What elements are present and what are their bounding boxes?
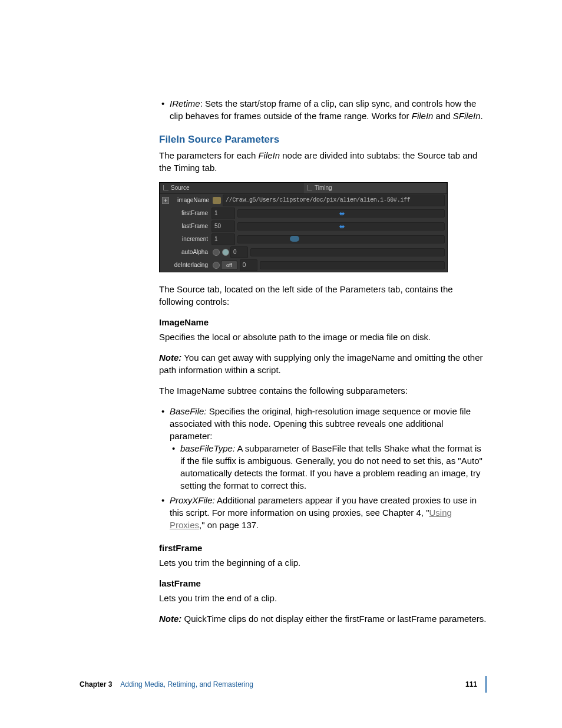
section-heading: FileIn Source Parameters xyxy=(159,133,487,147)
tab-source[interactable]: Source xyxy=(160,183,303,193)
list-item: BaseFile: Specifies the original, high-r… xyxy=(159,405,487,492)
term-sfilein: SFileIn xyxy=(453,111,481,121)
deinterlacing-slider[interactable] xyxy=(260,261,445,269)
after-ui-text: The Source tab, located on the left side… xyxy=(159,283,487,308)
label-increment: increment xyxy=(171,235,211,243)
term-filein: FileIn xyxy=(412,111,434,121)
label-autoalpha: autoAlpha xyxy=(171,248,211,256)
note-text: QuickTime clips do not display either th… xyxy=(181,614,486,624)
term-iretime: IRetime xyxy=(170,98,200,108)
lastframe-slider[interactable]: ⬌ xyxy=(237,222,445,230)
firstframe-slider[interactable]: ⬌ xyxy=(237,209,445,218)
term-basefile: BaseFile: xyxy=(170,406,207,416)
footer-page-number: 111 xyxy=(465,680,477,690)
row-increment: increment 1 xyxy=(160,233,447,246)
list-item: IRetime: Sets the start/stop frame of a … xyxy=(159,97,487,122)
term-filein: FileIn xyxy=(258,150,280,160)
source-params-panel: Source Timing imageName //Craw_g5/Users/… xyxy=(159,182,448,272)
text: The parameters for each xyxy=(159,150,258,160)
tab-label: Timing xyxy=(315,185,332,191)
footer-chapter: Chapter 3 xyxy=(80,680,112,690)
tab-row: Source Timing xyxy=(160,183,447,194)
autoalpha-field[interactable]: 0 xyxy=(230,246,248,258)
tab-corner-icon xyxy=(163,185,168,190)
list-item: baseFileType: A subparameter of BaseFile… xyxy=(170,442,487,492)
folder-icon[interactable] xyxy=(213,197,221,204)
label-imagename: imageName xyxy=(173,196,213,205)
param-heading-imagename: ImageName xyxy=(159,317,209,327)
row-imagename: imageName //Craw_g5/Users/clipstore/doc/… xyxy=(160,194,447,207)
slider-knob-icon[interactable] xyxy=(290,236,299,242)
intro-bullet-list: IRetime: Sets the start/stop frame of a … xyxy=(159,97,487,122)
expand-icon[interactable] xyxy=(162,197,169,204)
subtree-intro: The ImageName subtree contains the follo… xyxy=(159,384,487,397)
text: . xyxy=(481,111,483,121)
text: Specifies the original, high-resolution … xyxy=(170,406,471,441)
footer-title: Adding Media, Retiming, and Remastering xyxy=(120,680,253,690)
lastframe-field[interactable]: 50 xyxy=(211,220,235,232)
row-firstframe: firstFrame 1 ⬌ xyxy=(160,207,447,220)
firstframe-field[interactable]: 1 xyxy=(211,207,235,219)
tab-timing[interactable]: Timing xyxy=(303,183,447,193)
label-deinterlacing: deInterlacing xyxy=(171,261,211,269)
text: and xyxy=(433,111,452,121)
tab-corner-icon xyxy=(307,185,312,190)
increment-slider[interactable] xyxy=(237,235,445,243)
note-text: You can get away with supplying only the… xyxy=(159,353,482,375)
deinterlacing-field[interactable]: 0 xyxy=(240,259,257,271)
note-label: Note: xyxy=(159,353,181,363)
lastframe-desc: Lets you trim the end of a clip. xyxy=(159,592,487,604)
row-deinterlacing: deInterlacing off 0 xyxy=(160,259,447,272)
autoalpha-slider[interactable] xyxy=(250,248,445,256)
term-proxyxfile: ProxyXFile: xyxy=(170,495,215,505)
radio-icon[interactable] xyxy=(213,262,220,269)
radio-icon[interactable] xyxy=(222,249,229,256)
inner-list: baseFileType: A subparameter of BaseFile… xyxy=(170,442,487,492)
note-label: Note: xyxy=(159,614,181,624)
firstframe-desc: Lets you trim the beginning of a clip. xyxy=(159,556,487,569)
section-intro: The parameters for each FileIn node are … xyxy=(159,149,487,174)
list-item: ProxyXFile: Additional parameters appear… xyxy=(159,494,487,531)
deinterlacing-off-pill[interactable]: off xyxy=(221,261,237,271)
row-autoalpha: autoAlpha 0 xyxy=(160,246,447,259)
label-lastframe: lastFrame xyxy=(171,222,211,230)
increment-field[interactable]: 1 xyxy=(211,233,235,245)
imagename-field[interactable]: //Craw_g5/Users/clipstore/doc/pix/alien/… xyxy=(223,195,445,206)
imagename-desc: Specifies the local or absolute path to … xyxy=(159,331,487,343)
double-arrow-icon: ⬌ xyxy=(339,209,343,218)
term-basefiletype: baseFileType: xyxy=(180,443,235,453)
label-firstframe: firstFrame xyxy=(171,209,211,218)
subparam-list: BaseFile: Specifies the original, high-r… xyxy=(159,405,487,531)
page-footer: Chapter 3 Adding Media, Retiming, and Re… xyxy=(80,676,487,693)
param-heading-lastframe: lastFrame xyxy=(159,578,201,588)
note-1: Note: You can get away with supplying on… xyxy=(159,351,487,376)
tab-label: Source xyxy=(171,185,190,191)
radio-icon[interactable] xyxy=(213,249,220,256)
double-arrow-icon: ⬌ xyxy=(339,222,343,231)
row-lastframe: lastFrame 50 ⬌ xyxy=(160,220,447,233)
note-2: Note: QuickTime clips do not display eit… xyxy=(159,612,487,625)
param-heading-firstframe: firstFrame xyxy=(159,543,202,553)
text: ," on page 137. xyxy=(199,520,259,530)
